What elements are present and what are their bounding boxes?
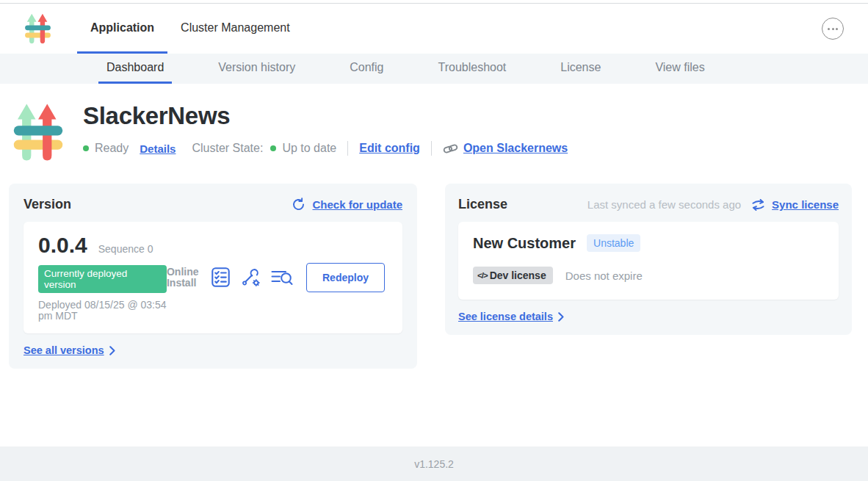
subnav-item-config[interactable]: Config — [341, 54, 391, 84]
see-license-details-link[interactable]: See license details — [458, 311, 564, 322]
cluster-state-label: Cluster State: — [192, 142, 263, 155]
preflight-checks-icon[interactable] — [211, 267, 230, 287]
chevron-right-icon — [109, 346, 115, 355]
ready-status-label: Ready — [95, 142, 129, 155]
app-logo-icon — [24, 12, 51, 45]
license-expiry: Does not expire — [565, 270, 643, 282]
sync-license-link[interactable]: Sync license — [751, 198, 839, 211]
config-wrench-icon[interactable] — [241, 267, 260, 287]
version-card: Version Check for update 0.0.4 Sequence … — [9, 184, 417, 369]
more-menu-button[interactable] — [822, 18, 844, 40]
see-all-versions-link[interactable]: See all versions — [23, 344, 115, 356]
subnav-item-license[interactable]: License — [552, 54, 609, 84]
check-for-update-link[interactable]: Check for update — [292, 198, 402, 211]
ready-status-dot — [83, 145, 89, 151]
currently-deployed-badge: Currently deployed version — [38, 265, 167, 293]
dashboard-cards: Version Check for update 0.0.4 Sequence … — [9, 184, 859, 369]
license-card: License Last synced a few seconds ago Sy… — [445, 184, 852, 335]
channel-badge: Unstable — [587, 234, 640, 252]
details-link[interactable]: Details — [140, 142, 176, 155]
install-type-label: Online Install — [167, 267, 200, 289]
last-synced-label: Last synced a few seconds ago — [587, 198, 741, 211]
redeploy-button[interactable]: Redeploy — [306, 263, 385, 292]
tab-cluster-management-label: Cluster Management — [181, 21, 290, 35]
code-icon: </> — [477, 271, 488, 280]
edit-config-link[interactable]: Edit config — [359, 142, 420, 155]
open-app-link[interactable]: Open Slackernews — [443, 142, 568, 155]
license-card-title: License — [458, 197, 507, 212]
app-icon-large — [12, 101, 64, 163]
top-nav-bar: Application Cluster Management — [0, 4, 868, 54]
subnav-item-view-files[interactable]: View files — [647, 54, 712, 84]
deployed-timestamp: Deployed 08/15/25 @ 03:54 pm MDT — [38, 300, 167, 322]
version-card-title: Version — [23, 197, 71, 212]
sync-arrows-icon — [751, 199, 765, 211]
app-header: SlackerNews Ready Details Cluster State:… — [0, 101, 868, 163]
app-status-row: Ready Details Cluster State: Up to date … — [83, 141, 568, 156]
cluster-status-dot — [270, 145, 276, 151]
tab-cluster-management[interactable]: Cluster Management — [167, 4, 303, 54]
customer-name: New Customer — [473, 235, 576, 252]
subnav-item-troubleshoot[interactable]: Troubleshoot — [430, 54, 514, 84]
sequence-label: Sequence 0 — [98, 243, 153, 255]
divider — [431, 141, 432, 156]
tab-application[interactable]: Application — [77, 4, 167, 54]
cluster-state-value: Up to date — [282, 142, 336, 155]
main-content: SlackerNews Ready Details Cluster State:… — [0, 84, 868, 446]
refresh-icon — [292, 198, 305, 211]
tab-application-label: Application — [90, 21, 154, 35]
footer-bar: v1.125.2 — [0, 446, 868, 481]
license-panel: New Customer Unstable </> Dev license Do… — [458, 222, 839, 300]
chain-link-icon — [441, 142, 459, 156]
subnav-item-version-history[interactable]: Version history — [210, 54, 303, 84]
version-number: 0.0.4 — [38, 233, 87, 258]
ellipsis-icon — [828, 28, 830, 30]
subnav-item-dashboard[interactable]: Dashboard — [98, 54, 172, 84]
header-tabs: Application Cluster Management — [77, 4, 303, 54]
page-title: SlackerNews — [83, 102, 568, 130]
license-type-badge: </> Dev license — [473, 267, 553, 284]
current-version-panel: 0.0.4 Sequence 0 Currently deployed vers… — [23, 222, 402, 333]
console-version: v1.125.2 — [414, 458, 454, 470]
chevron-right-icon — [558, 312, 564, 322]
app-subnav: Dashboard Version history Config Trouble… — [0, 54, 868, 84]
divider — [347, 141, 348, 156]
deploy-logs-icon[interactable] — [271, 268, 293, 287]
